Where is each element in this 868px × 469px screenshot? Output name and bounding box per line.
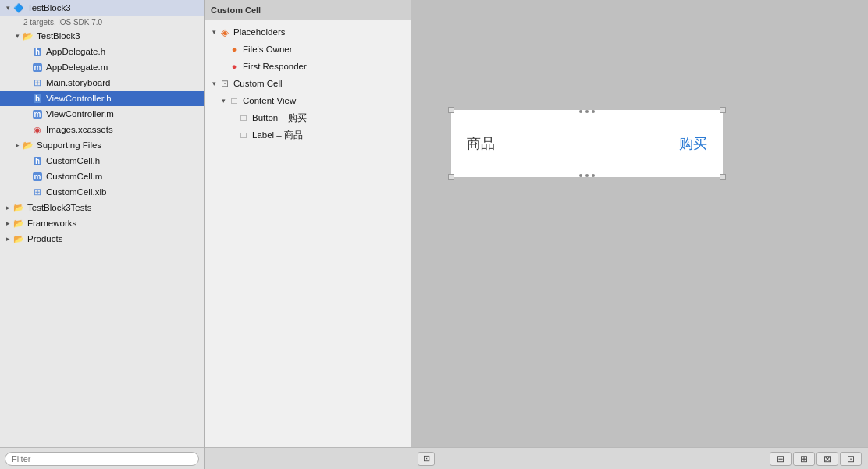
- struct-toggle-content-view[interactable]: [219, 96, 228, 105]
- sidebar-item-frameworks[interactable]: Frameworks: [0, 215, 204, 231]
- sidebar-item-testblock3-root-sub: 2 targets, iOS SDK 7.0: [0, 16, 204, 28]
- struct-label-content-view: Content View: [243, 96, 296, 105]
- search-input[interactable]: [5, 452, 199, 466]
- sidebar-item-images-xcassets[interactable]: Images.xcassets: [0, 122, 204, 137]
- handle-dot: [585, 174, 589, 177]
- handle-dot: [585, 110, 589, 113]
- label-viewcontroller-h: ViewController.h: [46, 94, 112, 103]
- canvas-bottom-bar: ⊡ ⊟ ⊞ ⊠ ⊡: [411, 447, 868, 469]
- struct-label-first-responder: First Responder: [243, 62, 307, 71]
- canvas[interactable]: 商品 购买: [411, 0, 868, 447]
- struct-item-button[interactable]: Button – 购买: [205, 109, 411, 126]
- struct-label-placeholders: Placeholders: [233, 27, 285, 37]
- cell-preview[interactable]: 商品 购买: [450, 109, 724, 178]
- struct-item-content-view[interactable]: Content View: [205, 92, 411, 109]
- placeholder-icon: [219, 26, 231, 38]
- label-appdelegate-h: AppDelegate.h: [46, 47, 105, 56]
- layout-buttons: ⊟ ⊞ ⊠ ⊡: [770, 452, 862, 466]
- label-testblock3-root: TestBlock3: [27, 3, 71, 12]
- layout-btn-1[interactable]: ⊟: [770, 452, 792, 466]
- handle-dot: [592, 110, 595, 113]
- contentview-icon: [228, 94, 240, 107]
- subtitle-label: 2 targets, iOS SDK 7.0: [12, 18, 102, 27]
- handle-dot: [592, 174, 595, 177]
- handle-dot: [579, 174, 582, 177]
- m-file-icon-custom: [31, 171, 44, 182]
- customcell-icon: [219, 77, 231, 90]
- navigator-bottom-bar: [0, 447, 204, 469]
- struct-label-button: Button – 购买: [252, 112, 307, 124]
- label-testblock3-group: TestBlock3: [37, 31, 80, 41]
- sidebar-item-testblock3tests[interactable]: TestBlock3Tests: [0, 200, 204, 215]
- folder-icon-tests: [12, 202, 25, 213]
- sidebar-item-viewcontroller-h[interactable]: ViewController.h: [0, 91, 204, 106]
- cell-button[interactable]: 购买: [679, 134, 707, 153]
- folder-icon: [22, 30, 34, 41]
- xcassets-icon: [31, 124, 44, 135]
- folder-icon-supporting: [22, 140, 34, 151]
- project-icon: 🔷: [12, 2, 25, 13]
- folder-icon-products: [12, 233, 25, 244]
- toggle-frameworks[interactable]: [3, 219, 12, 228]
- sidebar-item-viewcontroller-m[interactable]: ViewController.m: [0, 106, 204, 122]
- sidebar-item-products[interactable]: Products: [0, 231, 204, 247]
- label-viewcontroller-m: ViewController.m: [46, 109, 114, 119]
- struct-label-files-owner: File's Owner: [243, 44, 293, 54]
- sidebar-item-customcell-m[interactable]: CustomCell.m: [0, 169, 204, 184]
- struct-item-files-owner[interactable]: File's Owner: [205, 41, 411, 58]
- structure-tree: Placeholders File's Owner First Responde…: [205, 20, 411, 447]
- sidebar-item-customcell-h[interactable]: CustomCell.h: [0, 153, 204, 169]
- m-file-icon: [31, 108, 44, 119]
- toggle-testblock3-root[interactable]: [3, 3, 12, 12]
- bottom-handle: [579, 174, 595, 177]
- corner-handle-bl: [448, 174, 454, 180]
- struct-label-label: Label – 商品: [252, 130, 303, 141]
- h-file-icon-custom: [31, 155, 44, 166]
- top-handle: [579, 110, 595, 113]
- h-file-icon-selected: [31, 93, 44, 104]
- label-appdelegate-m: AppDelegate.m: [46, 62, 108, 72]
- struct-label-custom-cell: Custom Cell: [233, 79, 283, 88]
- toggle-testblock3tests[interactable]: [3, 203, 12, 212]
- struct-item-label[interactable]: Label – 商品: [205, 126, 411, 144]
- h-file-icon: [31, 46, 44, 57]
- struct-item-first-responder[interactable]: First Responder: [205, 58, 411, 75]
- label-customcell-h: CustomCell.h: [46, 156, 100, 165]
- structure-title: Custom Cell: [211, 5, 261, 15]
- layout-btn-2[interactable]: ⊞: [793, 452, 815, 466]
- struct-toggle-placeholders[interactable]: [209, 27, 219, 37]
- struct-item-custom-cell[interactable]: Custom Cell: [205, 75, 411, 92]
- toggle-products[interactable]: [3, 234, 12, 243]
- toggle-testblock3-group[interactable]: [12, 31, 22, 41]
- corner-handle-tl: [448, 107, 454, 113]
- corner-handle-tr: [720, 107, 726, 113]
- label-images-xcassets: Images.xcassets: [46, 125, 113, 134]
- label-frameworks: Frameworks: [27, 219, 76, 228]
- sidebar-item-customcell-xib[interactable]: CustomCell.xib: [0, 184, 204, 200]
- label-main-storyboard: Main.storyboard: [46, 78, 110, 87]
- struct-item-placeholders[interactable]: Placeholders: [205, 23, 411, 41]
- struct-toggle-custom-cell[interactable]: [209, 79, 219, 88]
- sidebar-item-main-storyboard[interactable]: Main.storyboard: [0, 75, 204, 91]
- sidebar-item-testblock3-group[interactable]: TestBlock3: [0, 28, 204, 44]
- responder-icon: [228, 60, 240, 73]
- layout-btn-3[interactable]: ⊠: [816, 452, 838, 466]
- sidebar-item-appdelegate-m[interactable]: AppDelegate.m: [0, 59, 204, 75]
- structure-panel: Custom Cell Placeholders File's Owner Fi…: [205, 0, 411, 469]
- sidebar-item-appdelegate-h[interactable]: AppDelegate.h: [0, 44, 204, 59]
- label-products: Products: [27, 234, 62, 243]
- xib-icon: [31, 187, 44, 197]
- handle-dot: [579, 110, 582, 113]
- owner-icon: [228, 43, 240, 55]
- cell-label: 商品: [467, 134, 495, 153]
- label-icon: [237, 129, 250, 141]
- canvas-back-button[interactable]: ⊡: [418, 452, 435, 466]
- structure-bottom-bar: [205, 447, 411, 469]
- sidebar-item-testblock3-root[interactable]: 🔷 TestBlock3: [0, 0, 204, 16]
- storyboard-icon: [31, 77, 44, 88]
- label-supporting-files: Supporting Files: [37, 140, 101, 150]
- sidebar-item-supporting-files[interactable]: Supporting Files: [0, 137, 204, 153]
- layout-btn-4[interactable]: ⊡: [840, 452, 862, 466]
- file-tree: 🔷 TestBlock3 2 targets, iOS SDK 7.0 Test…: [0, 0, 204, 447]
- toggle-supporting-files[interactable]: [12, 140, 22, 150]
